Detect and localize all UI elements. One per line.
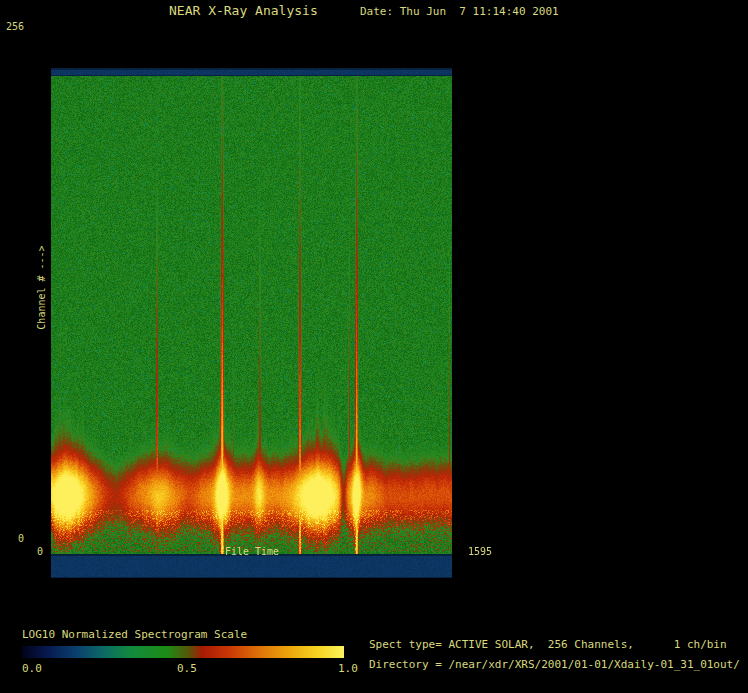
spectrogram-plot [51,33,452,543]
x-axis-title: File Time [152,546,352,557]
colorbar-tick-mid: 0.5 [177,663,197,675]
x-axis-max-label: 1595 [468,546,492,557]
colorbar-title: LOG10 Normalized Spectrogram Scale [22,629,247,641]
y-axis-max-label: 256 [6,21,24,32]
y-axis-title: Channel # ---> [36,198,49,378]
colorbar-tick-0: 0.0 [22,663,42,675]
colorbar-gradient [22,646,344,658]
date-label: Date: Thu Jun 7 11:14:40 2001 [360,6,559,18]
x-axis-min-label: 0 [37,546,43,557]
spectrogram-canvas [51,68,452,578]
directory-line: Directory = /near/xdr/XRS/2001/01-01/Xda… [369,659,740,671]
spect-type-line: Spect type= ACTIVE SOLAR, 256 Channels, … [369,639,727,651]
y-axis-min-label: 0 [18,533,24,544]
near-xray-analysis-screen: { "header": { "title": "NEAR X-Ray Analy… [0,0,748,693]
page-title: NEAR X-Ray Analysis [169,4,318,18]
colorbar-tick-1: 1.0 [338,663,358,675]
